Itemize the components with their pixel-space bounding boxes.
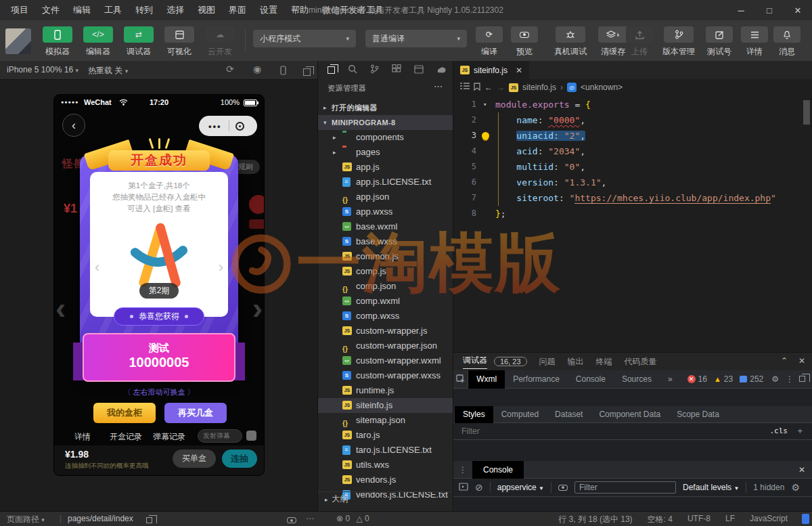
tab-dataset[interactable]: Dataset — [547, 406, 591, 423]
console-filter-input[interactable] — [574, 481, 676, 494]
menu-item-5[interactable]: 选择 — [160, 0, 191, 20]
context-select[interactable]: appservice ▼ — [497, 483, 544, 492]
tree-item-app.js[interactable]: JSapp.js — [318, 160, 453, 175]
problems-summary[interactable]: ⊗ 0 △ 0 — [336, 514, 369, 523]
add-style-icon[interactable]: + — [797, 426, 803, 436]
tree-item-utils.wxs[interactable]: JSutils.wxs — [318, 458, 453, 473]
buy-more-button[interactable]: 再买几盒 — [164, 403, 227, 423]
console-sidebar-icon[interactable] — [459, 483, 468, 493]
tab-styles[interactable]: Styles — [455, 406, 493, 423]
error-count[interactable]: ✕16 — [687, 374, 707, 384]
tree-item-taro.js.LICENSE.txt[interactable]: ≡taro.js.LICENSE.txt — [318, 443, 453, 458]
git-branch-icon[interactable] — [370, 64, 379, 76]
menu-item-2[interactable]: 编辑 — [66, 0, 97, 20]
close-console-icon[interactable]: ✕ — [798, 465, 805, 475]
copy-path-icon[interactable] — [146, 516, 152, 525]
device-frame-icon[interactable] — [280, 66, 286, 77]
tab-computed[interactable]: Computed — [493, 406, 547, 423]
menu-item-7[interactable]: 界面 — [222, 0, 253, 20]
collapse-panel-icon[interactable]: ⌃ — [781, 356, 788, 366]
notification-badge[interactable] — [802, 514, 809, 524]
upload-button[interactable]: 上传 — [624, 26, 655, 58]
tree-item-custom-wrapper.wxss[interactable]: Scustom-wrapper.wxss — [318, 368, 453, 383]
devtools-settings-icon[interactable]: ⚙ — [771, 374, 779, 384]
encoding-setting[interactable]: UTF-8 — [687, 514, 710, 525]
menu-item-0[interactable]: 项目 — [4, 0, 35, 20]
wechat-capsule[interactable]: ••• — [199, 116, 257, 136]
eol-setting[interactable]: LF — [725, 514, 735, 525]
code-line-4[interactable]: 4 acid: "2034", — [453, 144, 812, 159]
search-icon[interactable] — [348, 64, 357, 76]
remote-debug-button[interactable]: 真机调试 — [549, 26, 591, 58]
back-arrow-icon[interactable]: ← — [484, 83, 493, 92]
close-tab-icon[interactable]: ✕ — [516, 66, 522, 75]
tree-item-custom-wrapper.json[interactable]: {}custom-wrapper.json — [318, 338, 453, 353]
lightbulb-icon[interactable] — [482, 132, 489, 139]
minimize-button[interactable]: ─ — [727, 0, 755, 20]
editor-tab-siteinfo[interactable]: JS siteinfo.js ✕ — [453, 61, 529, 79]
files-icon[interactable] — [328, 64, 335, 76]
tree-item-app.json[interactable]: {}app.json — [318, 190, 453, 204]
compile-mode-select[interactable]: 普通编译▾ — [365, 30, 467, 47]
tree-item-comp.js[interactable]: JScomp.js — [318, 264, 453, 279]
carousel-prev-chevron[interactable]: ‹ — [95, 259, 99, 276]
tab-problems[interactable]: 问题 — [539, 356, 556, 368]
editor-toggle-button[interactable]: </> 编辑器 — [78, 26, 118, 58]
menu-item-8[interactable]: 设置 — [253, 0, 284, 20]
danmu-input[interactable]: 发射弹幕 — [198, 429, 242, 443]
tab-code-quality[interactable]: 代码质量 — [625, 356, 657, 368]
messages-button[interactable]: 消息 — [771, 26, 803, 58]
tab-scope-data[interactable]: Scope Data — [669, 406, 727, 423]
menu-item-4[interactable]: 转到 — [129, 0, 160, 20]
page-path-select[interactable]: 页面路径 ▾ — [7, 514, 45, 525]
menu-item-3[interactable]: 工具 — [97, 0, 129, 20]
current-page-path[interactable]: pages/detail/index — [68, 514, 133, 523]
warning-count[interactable]: ▲23 — [714, 374, 733, 384]
style-filter-input[interactable]: Filter — [461, 426, 480, 436]
menu-item-1[interactable]: 文件 — [35, 0, 66, 20]
tab-danmu-records[interactable]: 弹幕记录 — [153, 431, 185, 443]
inspect-element-icon[interactable] — [453, 370, 468, 389]
console-settings-icon[interactable]: ⚙ — [791, 482, 800, 493]
visualization-button[interactable]: 可视化 — [160, 26, 199, 58]
more-dots-icon[interactable]: ⋯ — [306, 514, 314, 523]
more-tabs-icon[interactable]: » — [660, 370, 681, 389]
kebab-menu-icon[interactable]: ⋮ — [459, 465, 467, 475]
back-button[interactable]: ‹ — [62, 114, 85, 137]
tree-section-MINIPROGRAM-8[interactable]: ▾MINIPROGRAM-8 — [318, 115, 453, 130]
tab-detail[interactable]: 详情 — [74, 431, 91, 443]
carousel-next-chevron[interactable]: › — [219, 259, 223, 276]
undock-icon[interactable] — [799, 374, 805, 384]
tree-item-app.js.LICENSE.txt[interactable]: ≡app.js.LICENSE.txt — [318, 175, 453, 190]
simulator-toggle-button[interactable]: 模拟器 — [38, 26, 77, 58]
tree-item-common.js[interactable]: JScommon.js — [318, 249, 453, 264]
multi-window-icon[interactable] — [303, 67, 311, 78]
preview-button[interactable]: 预览 — [509, 26, 540, 58]
close-button[interactable]: ✕ — [784, 0, 812, 20]
test-account-button[interactable]: 测试号 — [702, 26, 736, 58]
tree-item-base.wxml[interactable]: <>base.wxml — [318, 219, 453, 234]
hot-reload-select[interactable]: 热重载 关 ▾ — [88, 65, 128, 76]
user-avatar[interactable] — [5, 28, 31, 54]
tree-item-vendors.js[interactable]: JSvendors.js — [318, 473, 453, 487]
debugger-toggle-button[interactable]: ⇄ 调试器 — [119, 26, 158, 58]
tab-output[interactable]: 输出 — [568, 356, 584, 368]
compile-button[interactable]: ⟳ 编译 — [474, 26, 505, 58]
devtools-tab-performance[interactable]: Performance — [505, 370, 568, 389]
tree-item-components[interactable]: ▸components — [318, 130, 453, 145]
tree-section-打开的编辑器[interactable]: ▸打开的编辑器 — [318, 100, 453, 115]
close-panel-icon[interactable]: ✕ — [798, 356, 805, 366]
tab-debugger[interactable]: 调试器 — [463, 355, 487, 369]
tree-item-comp.wxss[interactable]: Scomp.wxss — [318, 309, 453, 324]
code-line-3[interactable]: 3 uniacid: "2", — [453, 128, 812, 144]
outline-section[interactable]: ▸大纲 — [318, 491, 453, 505]
kebab-menu-icon[interactable]: ⋮ — [786, 374, 794, 384]
version-control-button[interactable]: 版本管理 — [658, 26, 700, 58]
clear-console-icon[interactable]: ⊘ — [475, 482, 483, 493]
tree-item-app.wxss[interactable]: Sapp.wxss — [318, 204, 453, 219]
buy-single-button[interactable]: 买单盒 — [173, 450, 216, 468]
phone-simulator[interactable]: ●●●●● WeChat 17:20 100% ‹ ••• 怪兽盲盒 开盒规则 … — [54, 95, 264, 475]
tree-item-sitemap.json[interactable]: {}sitemap.json — [318, 413, 453, 428]
tree-item-taro.js[interactable]: JStaro.js — [318, 428, 453, 443]
tree-item-siteinfo.js[interactable]: JSsiteinfo.js — [318, 398, 453, 413]
